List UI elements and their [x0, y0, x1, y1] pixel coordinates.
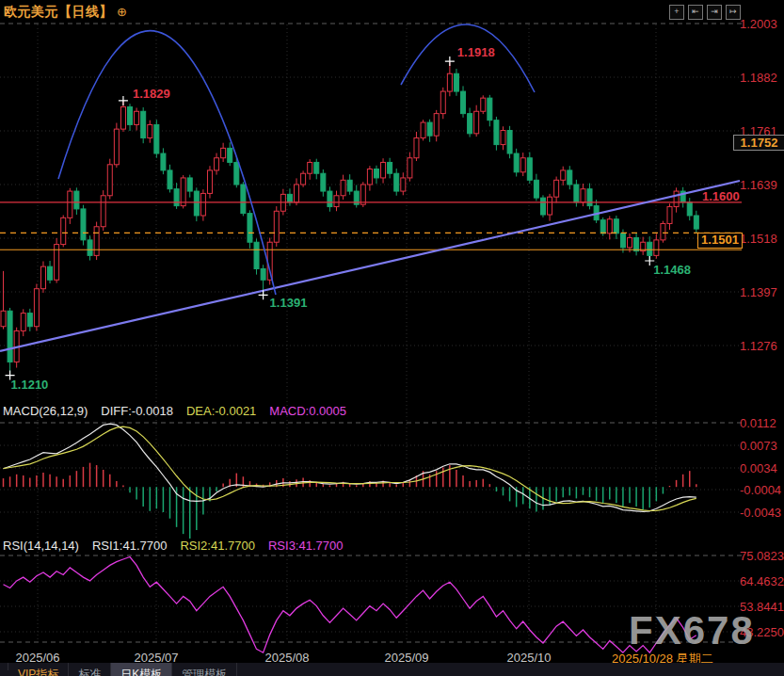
candle-up [628, 238, 632, 248]
macd-tick-label: -0.0043 [740, 506, 783, 520]
macd-dea-line [4, 427, 696, 510]
candle-up [607, 219, 612, 233]
candle-down [254, 242, 259, 268]
chart-toolbar: +⇤⇥↦ [669, 5, 741, 20]
candle-down [620, 233, 625, 248]
candle-up [381, 162, 386, 177]
candle-down [321, 173, 326, 191]
candle-down [694, 216, 698, 229]
candle-up [68, 191, 72, 217]
candle-up [221, 148, 226, 157]
price-tick-label: 1.1639 [740, 178, 783, 192]
candle-down [287, 194, 292, 201]
rsi2-value: RSI2:41.7700 [180, 539, 255, 553]
chart-canvas[interactable]: 1.18291.19181.13911.12101.1468 [0, 0, 784, 676]
candle-up [200, 193, 205, 216]
rsi-tick-label: 64.4632 [740, 574, 783, 588]
price-tick-label: 1.2003 [740, 17, 783, 31]
candle-down [454, 73, 458, 91]
candle-up [408, 158, 412, 178]
rsi3-value: RSI3:41.7700 [268, 539, 344, 553]
candle-down [74, 191, 79, 209]
compress-axis-icon[interactable]: ⇤ [688, 5, 703, 20]
candle-down [8, 311, 12, 362]
candle-down [427, 122, 432, 136]
move-tool-icon[interactable]: + [669, 5, 684, 20]
candle-up [501, 131, 505, 145]
candle-down [347, 180, 352, 191]
candle-up [341, 180, 345, 195]
candle-up [447, 73, 452, 91]
candle-down [507, 131, 512, 153]
candle-down [194, 191, 199, 216]
candle-down [574, 185, 579, 202]
candle-down [248, 214, 252, 243]
candle-up [114, 129, 119, 165]
candle-down [81, 209, 86, 240]
add-indicator-icon[interactable]: ⊕ [117, 5, 127, 19]
candle-up [654, 240, 659, 255]
candle-up [360, 185, 365, 204]
candle-down [534, 180, 538, 198]
extreme-cross-marker [119, 96, 128, 105]
candle-up [148, 124, 152, 137]
extreme-price-label: 1.1918 [457, 45, 495, 59]
candle-down [494, 121, 499, 145]
rsi-tick-label: 75.0823 [740, 549, 783, 563]
candle-up [367, 169, 372, 185]
rsi-indicator-header[interactable]: RSI(14,14,14) RSI1:41.7700 RSI2:41.7700 … [3, 539, 343, 553]
candle-up [107, 165, 112, 196]
candle-down [241, 185, 246, 214]
candle-up [674, 191, 679, 206]
candle-down [461, 91, 466, 114]
price-tick-label: 1.1882 [740, 71, 783, 85]
tab-partial[interactable] [0, 663, 8, 670]
candle-down [27, 314, 32, 327]
macd-indicator-header[interactable]: MACD(26,12,9) DIFF:-0.0018 DEA:-0.0021 M… [3, 404, 346, 418]
candle-down [587, 189, 592, 206]
shift-right-icon[interactable]: ↦ [726, 5, 741, 20]
candle-up [561, 170, 566, 180]
macd-macd-value: MACD:0.0005 [269, 404, 346, 418]
candle-up [301, 173, 306, 185]
rsi-line [4, 557, 696, 653]
candle-up [554, 180, 559, 197]
candle-down [527, 158, 532, 181]
tab-管理模板[interactable]: 管理模板 [172, 663, 237, 676]
candle-down [374, 169, 378, 178]
candle-down [174, 189, 179, 206]
candle-up [21, 314, 25, 331]
candle-down [488, 98, 492, 121]
candle-up [434, 114, 439, 137]
tab-VIP指标[interactable]: VIP指标 [8, 663, 69, 676]
candle-up [94, 227, 99, 256]
candle-up [61, 217, 66, 244]
candle-up [414, 138, 419, 158]
candle-up [120, 107, 125, 130]
expand-axis-icon[interactable]: ⇥ [707, 5, 722, 20]
extreme-price-label: 1.1391 [270, 296, 308, 310]
candle-down [687, 202, 692, 216]
candle-up [520, 158, 525, 172]
candle-up [215, 158, 219, 170]
watermark-logo: FX678 [629, 608, 755, 653]
rsi1-value: RSI1:41.7700 [92, 539, 168, 553]
candle-down [568, 170, 572, 185]
tab-标准[interactable]: 标准 [69, 663, 111, 676]
candle-up [40, 266, 45, 289]
candle-up [421, 122, 425, 137]
candle-down [141, 111, 146, 137]
candle-down [540, 198, 545, 215]
candle-up [181, 178, 185, 206]
extreme-price-label: 1.1210 [11, 378, 49, 392]
candle-down [388, 162, 392, 173]
chart-app-window: 1.18291.19181.13911.12101.1468 欧元美元【日线】⊕… [0, 0, 784, 676]
candle-up [101, 196, 105, 227]
candle-up [661, 223, 665, 239]
tab-日K模板[interactable]: 日K模板 [111, 663, 172, 676]
candle-up [401, 178, 406, 191]
candle-down [168, 170, 172, 189]
price-tick-label: 1.1276 [740, 339, 783, 353]
candle-down [128, 107, 133, 125]
macd-diff-line [4, 424, 696, 511]
